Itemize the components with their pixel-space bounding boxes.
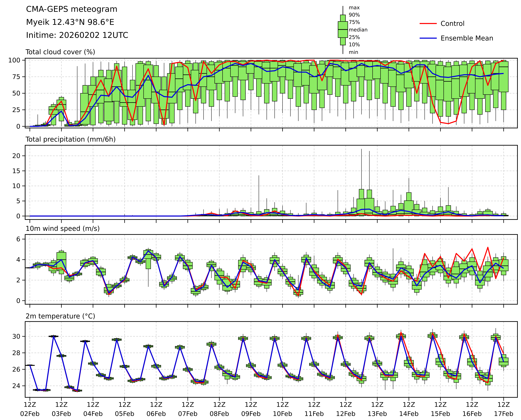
xtick-date-label: 12Feb [336, 410, 355, 417]
xtick-time-label: 12Z [276, 401, 289, 408]
xtick-date-label: 09Feb [241, 410, 261, 417]
xtick-time-label: 12Z [339, 401, 352, 408]
meteogram-page: { "header": { "title": "CMA-GEPS meteogr… [0, 0, 521, 420]
x-axis-labels: 12Z02Feb12Z03Feb12Z04Feb12Z05Feb12Z06Feb… [20, 401, 513, 417]
xtick-date-label: 02Feb [20, 410, 40, 417]
ytick-label: 25 [12, 106, 20, 113]
xtick-date-label: 06Feb [147, 410, 166, 417]
xtick-date-label: 13Feb [367, 410, 387, 417]
xtick-date-label: 15Feb [431, 410, 450, 417]
panel-wind-speed: 0246 [16, 234, 517, 308]
xtick-time-label: 12Z [403, 401, 415, 408]
ytick-label: 75 [12, 73, 20, 80]
xtick-time-label: 12Z [182, 401, 194, 408]
ytick-label: 50 [12, 90, 20, 97]
xtick-time-label: 12Z [245, 401, 257, 408]
xtick-time-label: 12Z [213, 401, 226, 408]
panel-precipitation: 05101520 [12, 145, 517, 223]
ytick-label: 26 [12, 366, 20, 373]
ytick-label: 6 [16, 235, 20, 243]
xtick-time-label: 12Z [23, 401, 36, 408]
ytick-label: 4 [16, 256, 20, 263]
ytick-label: 24 [12, 382, 20, 390]
xtick-date-label: 05Feb [115, 410, 134, 417]
xtick-time-label: 12Z [497, 401, 510, 408]
ytick-label: 0 [16, 123, 20, 130]
xtick-date-label: 10Feb [273, 410, 292, 417]
ytick-label: 100 [8, 56, 20, 64]
ytick-label: 30 [12, 333, 20, 340]
xtick-date-label: 07Feb [178, 410, 198, 417]
xtick-date-label: 14Feb [399, 410, 418, 417]
xtick-date-label: 11Feb [304, 410, 324, 417]
xtick-date-label: 04Feb [83, 410, 103, 417]
panel-cloud-cover: 0255075100 [8, 56, 517, 131]
xtick-time-label: 12Z [308, 401, 320, 408]
ytick-label: 2 [16, 276, 20, 284]
panel-border [25, 145, 517, 219]
xtick-date-label: 17Feb [494, 410, 513, 417]
xtick-date-label: 03Feb [52, 410, 71, 417]
ytick-label: 5 [16, 197, 20, 205]
ytick-label: 0 [16, 297, 20, 304]
xtick-date-label: 08Feb [210, 410, 229, 417]
xtick-time-label: 12Z [466, 401, 478, 408]
meteogram-chart: 02550751000510152002462426283012Z02Feb12… [0, 0, 521, 420]
ensemble-mean-line [30, 336, 504, 390]
xtick-time-label: 12Z [55, 401, 68, 408]
xtick-date-label: 16Feb [462, 410, 482, 417]
ytick-label: 20 [12, 152, 20, 159]
panel-temperature: 24262830 [12, 322, 517, 401]
xtick-time-label: 12Z [118, 401, 131, 408]
ytick-label: 28 [12, 349, 20, 357]
ytick-label: 10 [12, 182, 20, 189]
xtick-time-label: 12Z [371, 401, 384, 408]
box-25-75 [499, 61, 508, 92]
ytick-label: 15 [12, 167, 20, 174]
xtick-time-label: 12Z [87, 401, 99, 408]
xtick-time-label: 12Z [434, 401, 447, 408]
xtick-time-label: 12Z [150, 401, 162, 408]
ytick-label: 0 [16, 212, 20, 220]
